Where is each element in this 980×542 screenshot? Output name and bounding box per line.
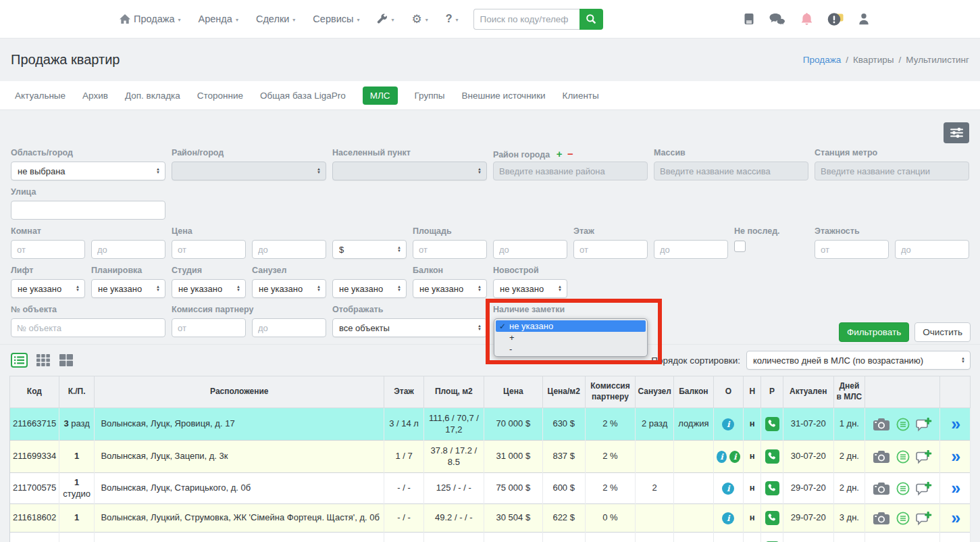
details-icon[interactable]	[896, 482, 910, 495]
clear-button[interactable]: Очистить	[914, 322, 971, 342]
nav-item-sdelki[interactable]: Сделки▾	[256, 14, 295, 24]
grid4-view-icon[interactable]	[59, 353, 74, 367]
settings-menu[interactable]: ⚙ ▾	[411, 14, 428, 25]
breadcrumb-separator: /	[846, 55, 848, 65]
nav-item-servisy[interactable]: Сервисы▾	[313, 14, 359, 24]
expand-icon[interactable]: »	[951, 447, 959, 466]
alert-icon[interactable]	[827, 12, 844, 26]
nav-item-prodazha[interactable]: Продажа▾	[134, 14, 181, 24]
expand-icon[interactable]: »	[951, 508, 959, 527]
cell-location: Волынская, Луцк, Яровиця, д. 17	[95, 408, 384, 441]
tab-5[interactable]: МЛС	[363, 87, 398, 105]
breadcrumb: Продажа / Квартиры / Мультилистинг	[803, 55, 969, 65]
note-add-icon[interactable]	[916, 511, 932, 526]
search-input[interactable]	[473, 9, 579, 30]
tab-7[interactable]: Внешние источники	[462, 91, 546, 101]
details-icon[interactable]	[896, 418, 910, 431]
sort-select[interactable]: количество дней в МЛС (по возрастанию) ▲…	[746, 351, 971, 370]
journal-icon[interactable]	[744, 13, 754, 25]
area-to-input[interactable]	[493, 240, 567, 259]
chats-icon[interactable]	[769, 13, 786, 26]
help-menu[interactable]: ? ▾	[446, 13, 459, 25]
phone-icon[interactable]	[765, 449, 779, 464]
camera-icon[interactable]	[873, 418, 890, 431]
newbuild-select[interactable]: не указано▲▼	[493, 279, 567, 298]
floor-to-input[interactable]	[654, 240, 728, 259]
note-add-icon[interactable]	[916, 449, 932, 464]
note-option-0[interactable]: ✓не указано	[496, 320, 646, 332]
remove-district-button[interactable]: −	[567, 148, 573, 159]
rooms-to-input[interactable]	[91, 240, 165, 259]
floor-from-input[interactable]	[573, 240, 648, 259]
phone-icon[interactable]	[765, 511, 779, 525]
note-option-2[interactable]: -	[496, 343, 646, 355]
commission-to-input[interactable]	[252, 318, 326, 337]
rooms-from-input[interactable]	[11, 240, 85, 259]
note-add-icon[interactable]	[916, 481, 932, 496]
phone-icon[interactable]	[765, 417, 779, 431]
details-icon[interactable]	[896, 450, 910, 464]
bell-icon[interactable]	[800, 12, 813, 26]
details-icon[interactable]	[896, 512, 910, 525]
display-select[interactable]: все объекты ▲▼	[332, 318, 487, 337]
commission-from-input[interactable]	[172, 318, 246, 337]
user-icon[interactable]	[858, 13, 869, 25]
info-icon[interactable]: i	[717, 451, 727, 463]
phone-icon[interactable]	[765, 481, 779, 495]
cell-code: 211618602	[10, 504, 59, 533]
filter-floors-total: Этажность	[815, 226, 969, 259]
expand-icon[interactable]: »	[951, 414, 959, 433]
home-icon[interactable]	[119, 14, 131, 24]
cell-p	[761, 533, 783, 542]
grid9-view-icon[interactable]	[36, 353, 51, 367]
tools-menu[interactable]: ▾	[377, 14, 394, 24]
expand-icon[interactable]: »	[951, 478, 959, 497]
floors-to-input[interactable]	[895, 240, 969, 259]
expand-icon[interactable]: »	[951, 539, 959, 542]
tab-3[interactable]: Сторонние	[197, 91, 243, 101]
info-icon[interactable]: i	[722, 512, 734, 524]
filter-settings-button[interactable]	[944, 122, 969, 143]
studio-select[interactable]: не указано▲▼	[172, 279, 246, 298]
bathroom-select[interactable]: не указано▲▼	[252, 279, 326, 298]
tab-0[interactable]: Актуальные	[15, 91, 66, 101]
cell-actions	[865, 504, 940, 533]
tab-4[interactable]: Общая база LigaPro	[260, 91, 346, 101]
camera-icon[interactable]	[873, 512, 890, 525]
tab-8[interactable]: Клиенты	[563, 91, 599, 101]
tab-2[interactable]: Доп. вкладка	[125, 91, 180, 101]
elevator-select[interactable]: не указано▲▼	[11, 279, 85, 298]
price-from-input[interactable]	[172, 240, 246, 259]
search-button[interactable]	[579, 9, 603, 30]
price-to-input[interactable]	[252, 240, 326, 259]
region-select[interactable]: не выбрана ▲▼	[11, 162, 165, 180]
info-icon[interactable]: i	[722, 483, 734, 495]
camera-icon[interactable]	[873, 450, 890, 464]
tab-6[interactable]: Группы	[415, 91, 445, 101]
street-input[interactable]	[11, 201, 165, 220]
camera-icon[interactable]	[873, 482, 890, 495]
column-header-15	[865, 376, 940, 408]
note-option-1[interactable]: +	[496, 332, 646, 343]
note-add-icon[interactable]	[916, 417, 932, 432]
balcony-select[interactable]: не указано▲▼	[413, 279, 487, 298]
cell-price-per-m2: 583 $	[542, 533, 585, 542]
layout-select[interactable]: не указано▲▼	[91, 279, 165, 298]
not-last-checkbox[interactable]	[734, 241, 746, 252]
object-id-input[interactable]	[11, 318, 165, 337]
cell-n: н	[744, 504, 761, 533]
info-green-icon[interactable]: i	[729, 451, 740, 463]
currency-select[interactable]: $ ▲▼	[332, 240, 407, 259]
add-district-button[interactable]: +	[557, 148, 563, 159]
breadcrumb-link[interactable]: Продажа	[803, 55, 841, 65]
list-view-icon[interactable]	[11, 353, 28, 368]
cell-o: i	[713, 408, 744, 441]
area-from-input[interactable]	[413, 240, 487, 259]
extra-select[interactable]: не указано▲▼	[332, 279, 407, 298]
info-icon[interactable]: i	[722, 418, 734, 430]
cell-location: Волынская, Луцк, Старицького, д. 0б	[95, 473, 384, 504]
nav-item-arenda[interactable]: Аренда▾	[199, 14, 238, 24]
tab-1[interactable]: Архив	[82, 91, 108, 101]
filter-button[interactable]: Фильтровать	[839, 322, 909, 342]
floors-from-input[interactable]	[815, 240, 889, 259]
